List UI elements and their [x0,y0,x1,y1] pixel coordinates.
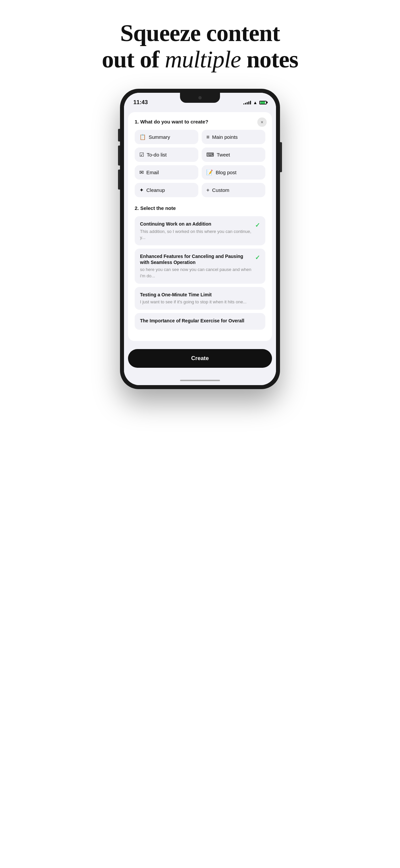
hero-section: Squeeze content out of multiple notes [102,20,298,73]
camera-dot [198,96,202,99]
hero-line2-end: notes [241,46,298,73]
blogpost-label: Blog post [216,169,237,175]
type-blogpost-button[interactable]: 📝 Blog post [202,165,265,180]
section2-label: 2. Select the note [135,205,265,211]
tweet-label: Tweet [217,152,230,157]
type-summary-button[interactable]: 📋 Summary [135,130,198,144]
signal-bar-1 [243,103,244,104]
signal-icon [243,100,251,104]
type-todolist-button[interactable]: ☑ To-do list [135,148,198,162]
hero-line1: Squeeze content [120,20,280,46]
cleanup-label: Cleanup [146,187,165,193]
todolist-label: To-do list [147,152,167,157]
note-item-2-preview: I just want to see if it's going to stop… [140,299,257,305]
note-item-1-content: Enhanced Features for Canceling and Paus… [140,253,252,279]
hero-line2-plain: out of [102,46,165,73]
note-item-1[interactable]: Enhanced Features for Canceling and Paus… [135,249,265,284]
note-item-0-content: Continuing Work on an Addition This addi… [140,221,252,241]
note-item-1-check: ✓ [255,254,260,261]
note-item-1-title: Enhanced Features for Canceling and Paus… [140,253,252,265]
phone-screen: 11:43 ▲ × 1. What [124,93,276,385]
email-label: Email [146,169,159,175]
content-type-grid: 📋 Summary ≡ Main points ☑ To-do list ⌨ T… [135,130,265,197]
custom-label: Custom [212,187,229,193]
custom-icon: + [206,187,209,193]
type-email-button[interactable]: ✉ Email [135,165,198,180]
modal-card: × 1. What do you want to create? 📋 Summa… [128,112,272,341]
mainpoints-label: Main points [212,134,238,140]
note-item-3[interactable]: The Importance of Regular Exercise for O… [135,313,265,330]
type-tweet-button[interactable]: ⌨ Tweet [202,148,265,162]
section1-label: 1. What do you want to create? [135,119,265,124]
summary-icon: 📋 [139,134,146,140]
todolist-icon: ☑ [139,152,144,158]
email-icon: ✉ [139,169,144,176]
note-item-0-preview: This addition, so I worked on this where… [140,228,252,241]
wifi-icon: ▲ [253,100,257,105]
modal-area: × 1. What do you want to create? 📋 Summa… [124,112,276,376]
type-mainpoints-button[interactable]: ≡ Main points [202,130,265,144]
status-time: 11:43 [133,99,148,106]
silent-switch [118,169,120,190]
hero-line2: out of multiple notes [102,46,298,73]
volume-down-button [118,146,120,165]
note-item-2-content: Testing a One-Minute Time Limit I just w… [140,292,257,305]
hero-title: Squeeze content out of multiple notes [102,20,298,73]
create-button-area: Create [124,346,276,369]
note-item-3-content: The Importance of Regular Exercise for O… [140,318,257,325]
home-indicator-area [124,376,276,385]
signal-bar-5 [250,101,251,104]
note-item-3-title: The Importance of Regular Exercise for O… [140,318,257,324]
tweet-icon: ⌨ [206,152,214,158]
battery-icon [259,101,267,104]
note-item-2[interactable]: Testing a One-Minute Time Limit I just w… [135,287,265,310]
close-button[interactable]: × [257,118,267,127]
hero-line2-italic: multiple [165,46,241,73]
notch [180,93,220,103]
note-item-0[interactable]: Continuing Work on an Addition This addi… [135,216,265,245]
signal-bar-4 [248,101,249,104]
phone-shell: 11:43 ▲ × 1. What [120,89,280,389]
battery-fill [260,101,265,104]
blogpost-icon: 📝 [206,169,213,176]
cleanup-icon: ✦ [139,187,144,193]
create-button[interactable]: Create [128,349,272,368]
note-item-0-title: Continuing Work on an Addition [140,221,252,227]
summary-label: Summary [149,134,170,140]
volume-up-button [118,129,120,142]
home-indicator-bar [180,380,220,381]
signal-bar-2 [245,103,246,104]
type-cleanup-button[interactable]: ✦ Cleanup [135,183,198,197]
note-item-0-check: ✓ [255,222,260,229]
note-item-1-preview: so here you can see now you can cancel p… [140,267,252,279]
type-custom-button[interactable]: + Custom [202,183,265,197]
power-button [280,142,282,172]
status-icons: ▲ [243,100,267,105]
mainpoints-icon: ≡ [206,134,209,140]
signal-bar-3 [247,102,248,104]
note-item-2-title: Testing a One-Minute Time Limit [140,292,257,298]
